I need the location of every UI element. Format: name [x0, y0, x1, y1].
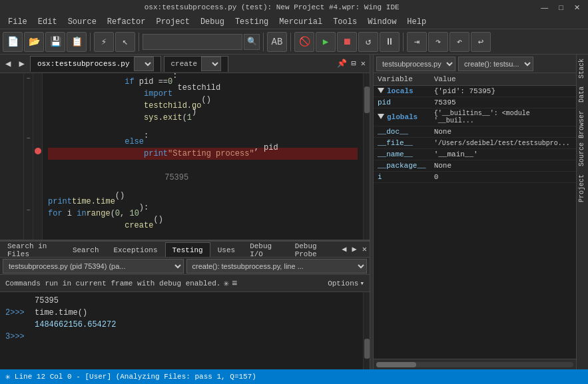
tab-exceptions[interactable]: Exceptions	[106, 242, 164, 257]
expand-globals-icon[interactable]	[378, 114, 384, 119]
var-row-doc[interactable]: __doc__ None	[374, 126, 576, 138]
rp-function-dropdown[interactable]: create(): testsu...	[458, 57, 533, 71]
close-button[interactable]: ✕	[571, 3, 583, 12]
editor-tab-next[interactable]: ▶	[16, 58, 27, 69]
fold-4	[24, 109, 33, 121]
tab-search-in-files[interactable]: Search in Files	[0, 242, 65, 257]
split-icon[interactable]: ⊟	[350, 59, 358, 69]
tab-debug-probe[interactable]: Debug Probe	[288, 242, 340, 257]
rp-h-scrollbar[interactable]	[376, 362, 573, 367]
pause-button[interactable]: ⏸	[380, 32, 400, 52]
step-over-button[interactable]: ⇥	[407, 32, 427, 52]
debug-run-icon[interactable]: ✳	[223, 278, 228, 289]
vtab-stack[interactable]: Stack	[577, 55, 588, 83]
editor-scrollbar-thumb[interactable]	[364, 87, 370, 113]
menu-testing[interactable]: Testing	[230, 16, 274, 28]
terminate-button[interactable]: ⏹	[337, 32, 357, 52]
search-input[interactable]	[143, 34, 242, 50]
menu-tools[interactable]: Tools	[328, 16, 362, 28]
tab-debug-io[interactable]: Debug I/O	[242, 242, 288, 257]
right-panel: testsubprocess.py create(): testsu... Va…	[373, 55, 576, 369]
console-line-1: 75395	[5, 295, 358, 307]
editor-tab-prev[interactable]: ◀	[3, 58, 13, 69]
var-row-pid[interactable]: pid 75395	[374, 97, 576, 108]
var-row-file[interactable]: __file__ '/Users/sdeibel/test/testsubpro…	[374, 138, 576, 149]
toolbar: 📄 📂 💾 📋 ⚡ ↖ 🔍 AB 🚫 ▶ ⏹ ↺ ⏸ ⇥ ↷ ↶ ↩	[0, 29, 588, 55]
location-dropdown[interactable]: create(): testsubprocess.py, line ...	[186, 259, 368, 274]
console-scrollbar[interactable]	[363, 292, 370, 369]
var-row-locals-group[interactable]: locals {'pid': 75395}	[374, 86, 576, 97]
menu-refactor[interactable]: Refactor	[102, 16, 151, 28]
close-editor-icon[interactable]: ✕	[360, 59, 367, 69]
var-row-i[interactable]: i 0	[374, 172, 576, 183]
var-row-globals-group[interactable]: globals {'__builtins__': <module '__buil…	[374, 108, 576, 126]
editor-tab-file-dropdown[interactable]	[134, 57, 154, 71]
vtab-source-browser[interactable]: Source Browser	[577, 106, 588, 170]
code-line-10	[48, 184, 358, 196]
tab-search[interactable]: Search	[65, 242, 107, 257]
editor-tab-file[interactable]: osx:testsubprocess.py	[30, 56, 161, 72]
options-button[interactable]: Options ▾	[328, 279, 364, 288]
expand-locals-icon[interactable]	[378, 88, 384, 93]
menu-project[interactable]: Project	[150, 16, 194, 28]
options-chevron-icon: ▾	[360, 279, 364, 288]
pin-icon[interactable]: 📌	[336, 59, 348, 69]
vtab-project[interactable]: Project	[577, 170, 588, 206]
col-variable: Variable	[374, 73, 430, 86]
code-editor[interactable]: − − −	[0, 73, 370, 240]
fold-8	[24, 157, 33, 169]
code-content[interactable]: if pid == 0: import testchild testchild.…	[43, 73, 363, 240]
tab-testing[interactable]: Testing	[165, 242, 210, 257]
stop-button[interactable]: 🚫	[294, 32, 314, 52]
continue-button[interactable]: ↩	[471, 32, 491, 52]
console-line-4: 3>>>	[5, 331, 358, 343]
save-as-button[interactable]: 📋	[67, 32, 87, 52]
menu-help[interactable]: Help	[402, 16, 432, 28]
rp-h-scrollbar-thumb[interactable]	[376, 362, 416, 367]
console-output[interactable]: 75395 2>>> time.time() 1484662156.654272…	[0, 292, 363, 369]
step-into-button[interactable]: ↷	[428, 32, 448, 52]
bottom-tab-nav-prev[interactable]: ◀	[339, 244, 349, 254]
frame-dropdown[interactable]: testsubprocess.py (pid 75394) (pa...	[3, 259, 184, 274]
editor-tab-function-label: create	[171, 60, 198, 68]
vtab-data[interactable]: Data	[577, 83, 588, 106]
run-button[interactable]: ▶	[316, 32, 336, 52]
select-button[interactable]: ↖	[115, 32, 135, 52]
debug-list-icon[interactable]: ≡	[232, 278, 237, 289]
menu-mercurial[interactable]: Mercurial	[274, 16, 328, 28]
editor-tab-function[interactable]: create	[164, 56, 229, 72]
new-file-button[interactable]: 📄	[3, 32, 23, 52]
fold-1[interactable]: −	[24, 73, 33, 85]
step-out-button[interactable]: ↶	[449, 32, 469, 52]
menu-source[interactable]: Source	[63, 16, 102, 28]
editor-scrollbar[interactable]	[363, 73, 370, 240]
find-replace-button[interactable]: AB	[267, 32, 287, 52]
menu-window[interactable]: Window	[362, 16, 402, 28]
rp-file-dropdown[interactable]: testsubprocess.py	[376, 57, 455, 71]
editor-tab-function-dropdown[interactable]	[201, 57, 221, 71]
minimize-button[interactable]: —	[538, 3, 551, 12]
menu-debug[interactable]: Debug	[195, 16, 230, 28]
open-button[interactable]: 📂	[24, 32, 44, 52]
menu-edit[interactable]: Edit	[33, 16, 63, 28]
maximize-button[interactable]: □	[556, 3, 566, 12]
var-row-name[interactable]: __name__ '__main__'	[374, 149, 576, 160]
bottom-tab-close[interactable]: ✕	[360, 244, 370, 254]
bottom-tab-nav-next[interactable]: ▶	[350, 244, 360, 254]
save-button[interactable]: 💾	[45, 32, 65, 52]
tab-uses[interactable]: Uses	[210, 242, 242, 257]
search-button[interactable]: 🔍	[244, 34, 260, 50]
menu-file[interactable]: File	[3, 16, 33, 28]
fold-12[interactable]: −	[24, 205, 33, 217]
console-scrollbar-thumb[interactable]	[364, 339, 370, 359]
debug-point-button[interactable]: ⚡	[94, 32, 114, 52]
right-panel-tabs: testsubprocess.py create(): testsu...	[374, 55, 576, 73]
fold-2	[24, 85, 33, 97]
console-line-2: 2>>> time.time()	[5, 307, 358, 319]
var-row-package[interactable]: __package__ None	[374, 160, 576, 172]
fold-6[interactable]: −	[24, 133, 33, 145]
restart-button[interactable]: ↺	[358, 32, 378, 52]
window-title: osx:testsubprocess.py (test): New Projec…	[5, 3, 538, 11]
code-line-13: create()	[48, 220, 358, 232]
rp-bottom-scrollbar[interactable]	[374, 359, 576, 369]
